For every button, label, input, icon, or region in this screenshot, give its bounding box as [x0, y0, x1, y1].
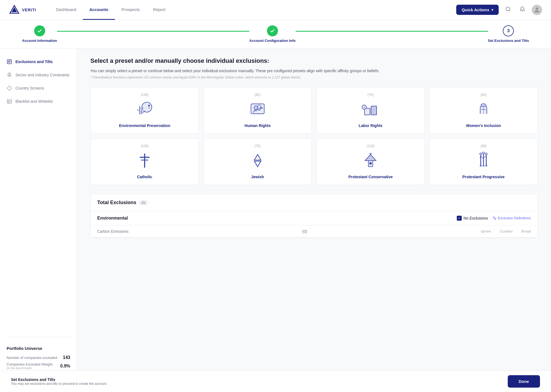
no-exclusions-checkbox-row[interactable]: ✓ No Exclusions — [457, 216, 488, 221]
preset-label-hr: Human Rights — [245, 123, 271, 129]
bottom-bar-title: Set Exclusions and Tilts — [11, 377, 107, 382]
sidebar-divider — [7, 337, 70, 337]
navbar: VERITI Dashboard Accounts Prospects Repo… — [0, 0, 551, 20]
no-exclusions-label: No Exclusions — [463, 216, 488, 220]
preset-card-jewish[interactable]: (75) Jewish — [203, 138, 312, 185]
carbon-option-broad[interactable]: Broad — [521, 229, 531, 233]
preset-count-labor: (70) — [368, 93, 373, 97]
svg-marker-31 — [254, 161, 261, 167]
logo: VERITI — [9, 4, 36, 15]
preset-count-prot-con: (113) — [367, 144, 374, 148]
preset-card-women[interactable]: (43) Women's Inclusion — [429, 87, 538, 134]
logo-text: VERITI — [22, 8, 36, 12]
no-exclusions-checkbox[interactable]: ✓ — [457, 216, 462, 221]
step-2-label: Account Configuration Info — [249, 39, 296, 43]
step-3-label: Set Exclusions and Tilts — [488, 39, 529, 43]
sidebar: Exclusions and Tilts Sector and Industry… — [0, 48, 77, 392]
stepper-bar: Account Information Account Configuratio… — [0, 20, 551, 48]
step-1: Account Information — [22, 25, 57, 43]
portfolio-title: Portfolio Universe — [7, 346, 70, 351]
sidebar-exclusions-label: Exclusions and Tilts — [15, 60, 53, 64]
portfolio-excluded-row: Number of companies excluded: 143 — [7, 355, 70, 360]
preset-count-jewish: (75) — [255, 144, 260, 148]
quick-actions-button[interactable]: Quick Actions ▾ — [456, 5, 499, 15]
carbon-count: (0) — [302, 229, 307, 234]
excl-def-label: Exclusion Definitions — [498, 216, 531, 220]
exclusions-env-title: Environmental — [97, 216, 128, 221]
nav-prospects[interactable]: Prospects — [115, 0, 147, 20]
exclusions-header: Total Exclusions (0) — [91, 194, 538, 211]
preset-card-catholic[interactable]: (129) Catholic — [90, 138, 199, 185]
labor-icon — [361, 99, 380, 119]
quick-actions-label: Quick Actions — [462, 7, 489, 12]
preset-label-env: Environmental Preservation — [119, 123, 170, 129]
jewish-icon — [248, 151, 268, 171]
step-3-circle: 3 — [503, 25, 514, 36]
svg-marker-30 — [254, 155, 261, 160]
search-button[interactable] — [503, 4, 513, 15]
preset-label-labor: Labor Rights — [359, 123, 382, 129]
sidebar-item-country[interactable]: Country Screens — [0, 82, 77, 95]
carbon-option-curated[interactable]: Curated — [500, 229, 512, 233]
exclusion-definitions-link[interactable]: Exclusion Definitions — [492, 216, 531, 220]
portfolio-weight-value: 0.9% — [60, 364, 70, 369]
content-desc: You can simply select a preset or contin… — [90, 68, 538, 74]
nav-report[interactable]: Report — [147, 0, 172, 20]
preset-count-hr: (62) — [255, 93, 260, 97]
sidebar-item-sector[interactable]: Sector and Industry Constraints — [0, 68, 77, 82]
portfolio-weight-sub: (in the benchmark) — [7, 366, 53, 370]
preset-grid: (143) Environmental Preservation — [90, 87, 538, 185]
nav-dashboard[interactable]: Dashboard — [49, 0, 83, 20]
exclusions-title: Total Exclusions — [97, 200, 136, 206]
prot-pro-icon — [474, 151, 493, 171]
preset-label-women: Women's Inclusion — [466, 123, 501, 129]
preset-card-labor[interactable]: (70) Labor Rights — [316, 87, 425, 134]
user-avatar[interactable] — [532, 5, 542, 15]
step-1-label: Account Information — [22, 39, 57, 43]
exclusions-count-badge: (0) — [139, 200, 148, 205]
nav-links: Dashboard Accounts Prospects Report — [49, 0, 456, 20]
sidebar-sector-label: Sector and Industry Constraints — [15, 73, 69, 77]
portfolio-excluded-label: Number of companies excluded: — [7, 356, 58, 360]
svg-point-40 — [480, 153, 482, 155]
preset-card-protestant-conservative[interactable]: (113) Protestant Conservative — [316, 138, 425, 185]
svg-rect-36 — [369, 162, 372, 164]
svg-point-20 — [258, 105, 261, 108]
svg-point-41 — [482, 152, 485, 154]
svg-point-16 — [148, 105, 150, 106]
svg-marker-33 — [365, 155, 376, 161]
sidebar-item-exclusions[interactable]: Exclusions and Tilts — [0, 55, 77, 68]
grid-icon — [7, 72, 12, 78]
preset-card-protestant-progressive[interactable]: (69) Protestant Progre — [429, 138, 538, 185]
portfolio-excluded-value: 143 — [63, 355, 70, 360]
sidebar-item-blacklist[interactable]: Blacklist and Whitelist — [0, 95, 77, 108]
svg-marker-9 — [7, 86, 12, 91]
bottom-bar: Set Exclusions and Tilts You may set exc… — [0, 371, 551, 392]
bottom-bar-left: Set Exclusions and Tilts You may set exc… — [11, 377, 107, 386]
main-layout: Exclusions and Tilts Sector and Industry… — [0, 48, 551, 392]
chevron-down-icon: ▾ — [491, 8, 493, 12]
stepper: Account Information Account Configuratio… — [0, 25, 551, 48]
carbon-option-ignore[interactable]: Ignore — [481, 229, 491, 233]
preset-count-catholic: (129) — [141, 144, 148, 148]
exclusions-environmental-header: Environmental ✓ No Exclusions Exclusion … — [91, 211, 538, 225]
svg-rect-10 — [7, 99, 12, 104]
preset-count-prot-pro: (69) — [480, 144, 486, 148]
preset-count-women: (43) — [480, 93, 486, 97]
notifications-button[interactable] — [517, 4, 527, 15]
step-line-1 — [57, 31, 249, 32]
preset-card-human-rights[interactable]: (62) Human Rights — [203, 87, 312, 134]
step-2: Account Configuration Info — [249, 25, 296, 43]
env-icon — [135, 99, 155, 119]
nav-accounts[interactable]: Accounts — [83, 0, 115, 20]
svg-point-3 — [536, 7, 538, 10]
preset-card-environmental[interactable]: (143) Environmental Preservation — [90, 87, 199, 134]
preset-count-env: (143) — [141, 93, 148, 97]
step-2-circle — [267, 25, 278, 36]
catholic-icon — [135, 151, 155, 171]
nav-right: Quick Actions ▾ — [456, 4, 542, 15]
exclusions-section: Total Exclusions (0) Environmental ✓ No … — [90, 194, 538, 238]
done-button[interactable]: Done — [508, 375, 540, 388]
sidebar-blacklist-label: Blacklist and Whitelist — [15, 99, 53, 104]
step-3: 3 Set Exclusions and Tilts — [488, 25, 529, 43]
